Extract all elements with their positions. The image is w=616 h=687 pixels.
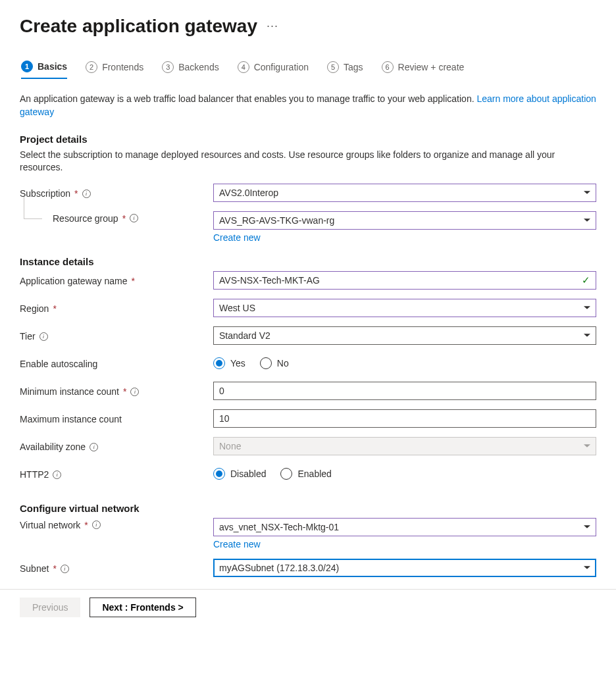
- tab-label: Basics: [38, 61, 67, 72]
- info-icon[interactable]: i: [82, 190, 91, 198]
- tab-number: 3: [162, 61, 174, 73]
- tab-frontends[interactable]: 2 Frontends: [86, 61, 143, 79]
- subnet-label: Subnet: [20, 563, 49, 574]
- tab-tags[interactable]: 5 Tags: [327, 61, 363, 79]
- tier-value: Standard V2: [219, 330, 270, 341]
- autoscale-yes-radio[interactable]: Yes: [213, 357, 245, 369]
- create-new-vnet-link[interactable]: Create new: [213, 539, 261, 549]
- app-gateway-name-label: Application gateway name: [20, 276, 127, 286]
- tab-number: 4: [238, 61, 249, 73]
- required-asterisk: *: [53, 303, 56, 314]
- wizard-tabs: 1 Basics 2 Frontends 3 Backends 4 Config…: [20, 61, 596, 79]
- tab-label: Backends: [178, 62, 218, 72]
- section-vnet: Configure virtual network: [20, 503, 596, 514]
- tab-basics[interactable]: 1 Basics: [21, 61, 67, 79]
- chevron-down-icon: [584, 191, 590, 195]
- previous-button: Previous: [20, 598, 80, 617]
- http2-disabled-radio[interactable]: Disabled: [213, 468, 266, 480]
- autoscale-label: Enable autoscaling: [20, 359, 97, 369]
- more-icon[interactable]: ···: [267, 19, 278, 34]
- info-icon[interactable]: i: [130, 388, 139, 396]
- http2-radio-group: Disabled Enabled: [213, 465, 596, 483]
- max-instance-input[interactable]: 10: [213, 409, 596, 428]
- availability-zone-select: None: [213, 437, 596, 455]
- resource-group-value: AVS_RG-AVS-TKG-vwan-rg: [219, 215, 334, 226]
- chevron-down-icon: [584, 445, 590, 448]
- create-new-resource-group-link[interactable]: Create new: [213, 232, 261, 243]
- min-instance-input[interactable]: 0: [213, 382, 596, 400]
- required-asterisk: *: [123, 386, 126, 397]
- radio-label: No: [277, 358, 289, 369]
- min-instance-value: 0: [219, 386, 224, 396]
- tab-number: 6: [382, 61, 394, 73]
- min-instance-label: Minimum instance count: [20, 386, 119, 397]
- http2-enabled-radio[interactable]: Enabled: [280, 468, 331, 480]
- required-asterisk: *: [74, 188, 78, 199]
- availability-zone-value: None: [219, 441, 241, 451]
- availability-zone-label: Availability zone: [20, 442, 86, 452]
- tab-label: Configuration: [254, 62, 309, 72]
- region-value: West US: [219, 303, 255, 313]
- page-title: Create application gateway: [20, 16, 257, 37]
- tab-number: 2: [86, 61, 97, 73]
- tree-elbow-icon: [24, 197, 42, 219]
- subnet-value: myAGSubnet (172.18.3.0/24): [219, 563, 339, 573]
- app-gateway-name-value: AVS-NSX-Tech-MKT-AG: [219, 275, 320, 286]
- info-icon[interactable]: i: [130, 214, 138, 222]
- radio-label: Disabled: [230, 469, 266, 479]
- section-instance-details: Instance details: [20, 256, 596, 267]
- tab-label: Review + create: [398, 62, 465, 72]
- tab-configuration[interactable]: 4 Configuration: [238, 61, 309, 79]
- info-icon[interactable]: i: [61, 565, 69, 573]
- tier-select[interactable]: Standard V2: [213, 326, 596, 345]
- info-icon[interactable]: i: [39, 332, 48, 341]
- tier-label: Tier: [20, 331, 36, 342]
- project-desc: Select the subscription to manage deploy…: [20, 149, 596, 174]
- info-icon[interactable]: i: [90, 443, 98, 451]
- next-button[interactable]: Next : Frontends >: [90, 598, 195, 617]
- chevron-down-icon: [584, 334, 590, 338]
- section-project-details: Project details: [20, 134, 596, 145]
- chevron-down-icon: [584, 567, 590, 570]
- radio-label: Enabled: [297, 469, 331, 479]
- http2-label: HTTP2: [20, 469, 49, 480]
- max-instance-value: 10: [219, 413, 230, 424]
- region-label: Region: [20, 303, 49, 314]
- tab-label: Frontends: [102, 62, 143, 72]
- required-asterisk: *: [53, 563, 56, 574]
- vnet-value: avs_vnet_NSX-Tech-Mktg-01: [219, 522, 339, 532]
- chevron-down-icon: [584, 526, 590, 529]
- resource-group-select[interactable]: AVS_RG-AVS-TKG-vwan-rg: [213, 211, 596, 230]
- tab-label: Tags: [344, 62, 363, 72]
- app-gateway-name-input[interactable]: AVS-NSX-Tech-MKT-AG ✓: [213, 271, 596, 290]
- radio-icon: [280, 468, 292, 480]
- radio-icon: [213, 468, 225, 480]
- subscription-value: AVS2.0Interop: [219, 188, 278, 198]
- vnet-select[interactable]: avs_vnet_NSX-Tech-Mktg-01: [213, 518, 596, 536]
- intro-text: An application gateway is a web traffic …: [20, 92, 596, 119]
- radio-label: Yes: [230, 358, 245, 369]
- tab-review-create[interactable]: 6 Review + create: [382, 61, 465, 79]
- tab-number: 5: [327, 61, 339, 73]
- required-asterisk: *: [84, 520, 88, 530]
- subscription-select[interactable]: AVS2.0Interop: [213, 184, 596, 202]
- info-icon[interactable]: i: [92, 521, 101, 529]
- required-asterisk: *: [122, 213, 126, 224]
- tab-backends[interactable]: 3 Backends: [162, 61, 218, 79]
- autoscale-radio-group: Yes No: [213, 354, 596, 372]
- autoscale-no-radio[interactable]: No: [260, 357, 289, 369]
- tab-number: 1: [21, 61, 33, 72]
- checkmark-icon: ✓: [582, 274, 590, 286]
- radio-icon: [213, 357, 225, 369]
- info-icon[interactable]: i: [53, 471, 61, 479]
- region-select[interactable]: West US: [213, 299, 596, 317]
- chevron-down-icon: [584, 307, 590, 310]
- subnet-select[interactable]: myAGSubnet (172.18.3.0/24): [213, 559, 596, 577]
- chevron-down-icon: [584, 219, 590, 222]
- vnet-label: Virtual network: [20, 520, 80, 530]
- resource-group-label: Resource group: [53, 213, 118, 224]
- radio-icon: [260, 357, 272, 369]
- required-asterisk: *: [131, 276, 134, 286]
- max-instance-label: Maximum instance count: [20, 414, 122, 424]
